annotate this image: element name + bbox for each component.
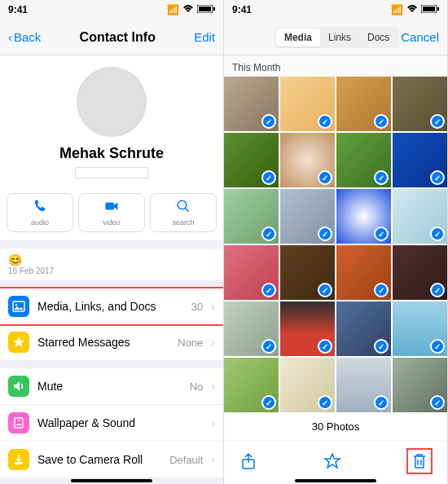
photo-thumb[interactable] bbox=[393, 301, 447, 356]
back-button[interactable]: ‹ Back bbox=[8, 30, 41, 44]
nav-bar: Media Links Docs Cancel bbox=[224, 20, 447, 55]
cancel-button[interactable]: Cancel bbox=[401, 30, 439, 44]
star-icon bbox=[8, 332, 29, 353]
segment-control: Media Links Docs bbox=[275, 27, 399, 48]
check-icon bbox=[430, 227, 445, 241]
svg-point-4 bbox=[178, 200, 187, 209]
check-icon bbox=[430, 339, 445, 354]
section-header: This Month bbox=[224, 55, 447, 77]
tab-media[interactable]: Media bbox=[276, 29, 320, 46]
svg-rect-8 bbox=[15, 418, 23, 428]
photo-thumb[interactable] bbox=[336, 358, 391, 412]
signal-icon: 📶 bbox=[391, 4, 403, 15]
photo-count: 30 Photos bbox=[224, 412, 447, 441]
media-links-docs-row[interactable]: Media, Links, and Docs 30 › bbox=[0, 287, 223, 326]
check-icon bbox=[430, 114, 445, 129]
photo-icon bbox=[8, 296, 29, 317]
check-icon bbox=[261, 227, 276, 241]
svg-rect-15 bbox=[437, 7, 439, 11]
photo-thumb[interactable] bbox=[280, 245, 335, 300]
share-button[interactable] bbox=[239, 451, 258, 471]
photo-thumb[interactable] bbox=[224, 189, 279, 244]
chevron-right-icon: › bbox=[211, 453, 215, 466]
battery-icon bbox=[421, 4, 439, 15]
photo-thumb[interactable] bbox=[336, 189, 391, 244]
avatar[interactable] bbox=[77, 67, 147, 137]
check-icon bbox=[318, 227, 332, 241]
check-icon bbox=[261, 283, 276, 297]
svg-rect-2 bbox=[213, 7, 215, 11]
status-time: 9:41 bbox=[8, 4, 28, 15]
check-icon bbox=[261, 170, 276, 185]
media-starred-section: Media, Links, and Docs 30 › Starred Mess… bbox=[0, 287, 223, 360]
photo-thumb[interactable] bbox=[280, 301, 335, 356]
svg-point-9 bbox=[18, 420, 20, 421]
check-icon bbox=[261, 114, 276, 129]
mute-row[interactable]: Mute No › bbox=[0, 368, 223, 405]
date-text: 16 Feb 2017 bbox=[8, 266, 215, 275]
contact-info-content: Mehak Schrute audio video search 😊 16 Fe… bbox=[0, 55, 223, 484]
tab-links[interactable]: Links bbox=[320, 29, 359, 46]
check-icon bbox=[318, 395, 332, 410]
camera-roll-row[interactable]: Save to Camera Roll Default › bbox=[0, 442, 223, 477]
wallpaper-row[interactable]: Wallpaper & Sound › bbox=[0, 405, 223, 442]
photo-thumb[interactable] bbox=[280, 133, 335, 187]
photo-thumb[interactable] bbox=[224, 77, 279, 131]
photo-thumb[interactable] bbox=[393, 358, 447, 412]
photo-thumb[interactable] bbox=[393, 189, 447, 244]
media-grid-content: This Month 30 Phot bbox=[224, 55, 447, 484]
trash-button[interactable] bbox=[410, 451, 429, 471]
home-indicator[interactable] bbox=[71, 479, 152, 482]
starred-messages-row[interactable]: Starred Messages None › bbox=[0, 324, 223, 360]
photo-thumb[interactable] bbox=[280, 189, 335, 244]
chevron-right-icon: › bbox=[211, 380, 215, 393]
photo-grid bbox=[224, 77, 447, 412]
profile-section: Mehak Schrute bbox=[0, 55, 223, 185]
photo-thumb[interactable] bbox=[280, 358, 335, 412]
photo-thumb[interactable] bbox=[336, 133, 391, 187]
check-icon bbox=[318, 283, 332, 297]
home-indicator[interactable] bbox=[295, 479, 376, 482]
photo-thumb[interactable] bbox=[393, 245, 447, 300]
status-bar: 9:41 📶 bbox=[224, 0, 447, 20]
check-icon bbox=[261, 339, 276, 354]
photo-thumb[interactable] bbox=[280, 77, 335, 131]
svg-rect-1 bbox=[199, 7, 211, 11]
wifi-icon bbox=[406, 4, 418, 15]
photo-thumb[interactable] bbox=[393, 77, 447, 131]
left-phone: 9:41 📶 ‹ Back Contact Info Edit Mehak Sc… bbox=[0, 0, 224, 484]
speaker-icon bbox=[8, 376, 29, 397]
photo-thumb[interactable] bbox=[393, 133, 447, 187]
photo-thumb[interactable] bbox=[224, 133, 279, 187]
audio-button[interactable]: audio bbox=[7, 193, 73, 232]
star-button[interactable] bbox=[323, 451, 342, 471]
check-icon bbox=[374, 170, 389, 185]
settings-section: Mute No › Wallpaper & Sound › Save to Ca… bbox=[0, 368, 223, 477]
photo-thumb[interactable] bbox=[336, 301, 391, 356]
svg-line-5 bbox=[185, 208, 189, 212]
svg-rect-14 bbox=[423, 7, 435, 11]
video-button[interactable]: video bbox=[78, 193, 145, 232]
chevron-right-icon: › bbox=[211, 416, 215, 429]
check-icon bbox=[430, 395, 445, 410]
svg-rect-10 bbox=[15, 462, 23, 464]
signal-icon: 📶 bbox=[167, 4, 179, 15]
nav-bar: ‹ Back Contact Info Edit bbox=[0, 20, 223, 55]
photo-thumb[interactable] bbox=[336, 245, 391, 300]
photo-thumb[interactable] bbox=[224, 245, 279, 300]
check-icon bbox=[430, 170, 445, 185]
photo-thumb[interactable] bbox=[224, 301, 279, 356]
svg-rect-3 bbox=[106, 203, 115, 210]
svg-point-7 bbox=[15, 304, 17, 306]
date-section: 😊 16 Feb 2017 bbox=[0, 249, 223, 280]
photo-thumb[interactable] bbox=[336, 77, 391, 131]
check-icon bbox=[374, 339, 389, 354]
tab-docs[interactable]: Docs bbox=[359, 29, 397, 46]
battery-icon bbox=[197, 4, 215, 15]
search-button[interactable]: search bbox=[150, 193, 217, 232]
wallpaper-icon bbox=[8, 412, 29, 433]
edit-button[interactable]: Edit bbox=[194, 30, 215, 44]
action-buttons: audio video search bbox=[0, 185, 223, 240]
chevron-right-icon: › bbox=[211, 300, 215, 313]
photo-thumb[interactable] bbox=[224, 358, 279, 412]
